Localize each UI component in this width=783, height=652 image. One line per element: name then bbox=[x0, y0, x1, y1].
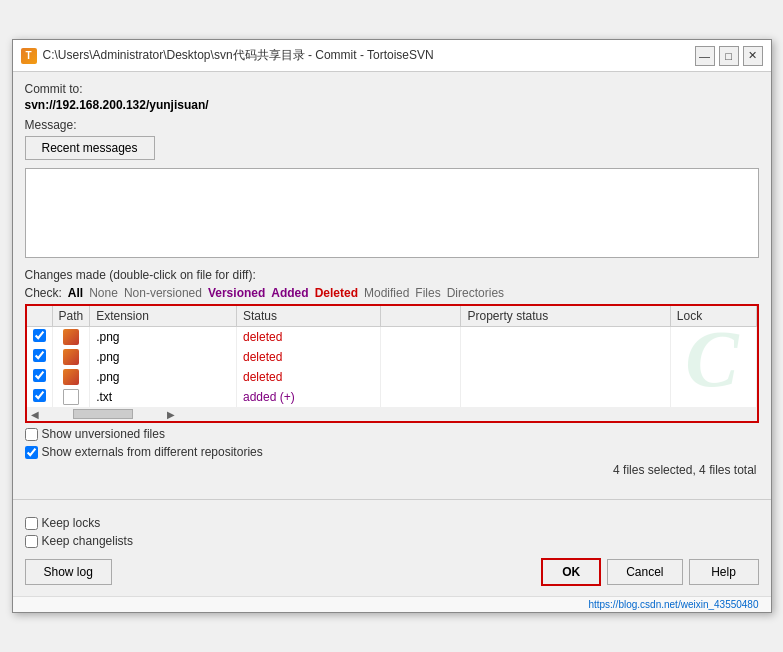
table-row[interactable]: .txt added (+) bbox=[27, 387, 757, 407]
filter-modified[interactable]: Modified bbox=[364, 286, 409, 300]
window-title: C:\Users\Administrator\Desktop\svn代码共享目录… bbox=[43, 47, 434, 64]
row-check-2[interactable] bbox=[27, 347, 53, 367]
bottom-buttons: Show log OK Cancel Help bbox=[25, 558, 759, 586]
row-icon-3 bbox=[52, 367, 90, 387]
row-prop-4 bbox=[461, 387, 670, 407]
cancel-button[interactable]: Cancel bbox=[607, 559, 682, 585]
row-check-3[interactable] bbox=[27, 367, 53, 387]
row-lock-3 bbox=[670, 367, 756, 387]
keep-changelists-checkbox[interactable] bbox=[25, 535, 38, 548]
file-table-wrapper: Path Extension Status Property status Lo… bbox=[25, 304, 759, 423]
commit-to-label: Commit to: bbox=[25, 82, 759, 96]
row-status-4: added (+) bbox=[236, 387, 381, 407]
titlebar-controls: — □ ✕ bbox=[695, 46, 763, 66]
keep-locks-option[interactable]: Keep locks bbox=[25, 516, 759, 530]
ok-button[interactable]: OK bbox=[541, 558, 601, 586]
main-window: T C:\Users\Administrator\Desktop\svn代码共享… bbox=[12, 39, 772, 613]
row-ext-1: .png bbox=[90, 327, 237, 348]
row-lock-2 bbox=[670, 347, 756, 367]
row-ext-3: .png bbox=[90, 367, 237, 387]
titlebar-left: T C:\Users\Administrator\Desktop\svn代码共享… bbox=[21, 47, 434, 64]
show-externals-label: Show externals from different repositori… bbox=[42, 445, 263, 459]
row-status-1: deleted bbox=[236, 327, 381, 348]
bottom-section: Keep locks Keep changelists Show log OK … bbox=[13, 508, 771, 596]
file-table: Path Extension Status Property status Lo… bbox=[27, 306, 757, 407]
url-text: https://blog.csdn.net/weixin_43550480 bbox=[588, 599, 758, 610]
row-check-4[interactable] bbox=[27, 387, 53, 407]
col-status[interactable]: Status bbox=[236, 306, 381, 327]
table-row[interactable]: .png deleted bbox=[27, 367, 757, 387]
show-unversioned-checkbox[interactable] bbox=[25, 428, 38, 441]
row-icon-1 bbox=[52, 327, 90, 348]
bottom-left: Show log bbox=[25, 559, 112, 585]
show-unversioned-option[interactable]: Show unversioned files bbox=[25, 427, 165, 441]
col-check bbox=[27, 306, 53, 327]
table-header-row: Path Extension Status Property status Lo… bbox=[27, 306, 757, 327]
filter-non-versioned[interactable]: Non-versioned bbox=[124, 286, 202, 300]
keep-locks-checkbox[interactable] bbox=[25, 517, 38, 530]
close-button[interactable]: ✕ bbox=[743, 46, 763, 66]
checkbox-1[interactable] bbox=[33, 329, 46, 342]
help-button[interactable]: Help bbox=[689, 559, 759, 585]
commit-to-url: svn://192.168.200.132/yunjisuan/ bbox=[25, 98, 759, 112]
row-check-1[interactable] bbox=[27, 327, 53, 348]
main-content: Commit to: svn://192.168.200.132/yunjisu… bbox=[13, 72, 771, 491]
filter-directories[interactable]: Directories bbox=[447, 286, 504, 300]
filter-all[interactable]: All bbox=[68, 286, 83, 300]
keep-options: Keep locks Keep changelists bbox=[25, 516, 759, 548]
table-row[interactable]: .png deleted bbox=[27, 347, 757, 367]
keep-locks-label: Keep locks bbox=[42, 516, 101, 530]
table-row[interactable]: .png deleted bbox=[27, 327, 757, 348]
row-ext-4: .txt bbox=[90, 387, 237, 407]
check-label: Check: bbox=[25, 286, 62, 300]
row-status-3: deleted bbox=[236, 367, 381, 387]
filter-versioned[interactable]: Versioned bbox=[208, 286, 265, 300]
row-spacer-3 bbox=[381, 367, 461, 387]
url-bar: https://blog.csdn.net/weixin_43550480 bbox=[13, 596, 771, 612]
filter-row: Check: All None Non-versioned Versioned … bbox=[25, 286, 759, 300]
checkbox-4[interactable] bbox=[33, 389, 46, 402]
message-label: Message: bbox=[25, 118, 759, 132]
row-spacer-2 bbox=[381, 347, 461, 367]
row-lock-1 bbox=[670, 327, 756, 348]
changes-label: Changes made (double-click on file for d… bbox=[25, 268, 759, 282]
file-table-scroll[interactable]: Path Extension Status Property status Lo… bbox=[27, 306, 757, 407]
app-icon: T bbox=[21, 48, 37, 64]
col-spacer bbox=[381, 306, 461, 327]
col-property-status[interactable]: Property status bbox=[461, 306, 670, 327]
file-count: 4 files selected, 4 files total bbox=[613, 463, 756, 477]
row-icon-2 bbox=[52, 347, 90, 367]
minimize-button[interactable]: — bbox=[695, 46, 715, 66]
row-spacer-1 bbox=[381, 327, 461, 348]
filter-deleted[interactable]: Deleted bbox=[315, 286, 358, 300]
filter-none[interactable]: None bbox=[89, 286, 118, 300]
row-lock-4 bbox=[670, 387, 756, 407]
checkbox-2[interactable] bbox=[33, 349, 46, 362]
maximize-button[interactable]: □ bbox=[719, 46, 739, 66]
row-prop-1 bbox=[461, 327, 670, 348]
show-externals-checkbox[interactable] bbox=[25, 446, 38, 459]
keep-changelists-option[interactable]: Keep changelists bbox=[25, 534, 759, 548]
options-row-2: Show externals from different repositori… bbox=[25, 445, 759, 459]
row-prop-3 bbox=[461, 367, 670, 387]
scrollbar-thumb[interactable] bbox=[73, 409, 133, 419]
horizontal-scrollbar[interactable]: ◀ ▶ bbox=[27, 407, 757, 421]
row-ext-2: .png bbox=[90, 347, 237, 367]
row-status-2: deleted bbox=[236, 347, 381, 367]
recent-messages-button[interactable]: Recent messages bbox=[25, 136, 155, 160]
col-lock[interactable]: Lock bbox=[670, 306, 756, 327]
col-path[interactable]: Path bbox=[52, 306, 90, 327]
show-unversioned-label: Show unversioned files bbox=[42, 427, 165, 441]
keep-changelists-label: Keep changelists bbox=[42, 534, 133, 548]
filter-files[interactable]: Files bbox=[415, 286, 440, 300]
show-log-button[interactable]: Show log bbox=[25, 559, 112, 585]
col-extension[interactable]: Extension bbox=[90, 306, 237, 327]
row-prop-2 bbox=[461, 347, 670, 367]
show-externals-option[interactable]: Show externals from different repositori… bbox=[25, 445, 263, 459]
filter-added[interactable]: Added bbox=[271, 286, 308, 300]
titlebar: T C:\Users\Administrator\Desktop\svn代码共享… bbox=[13, 40, 771, 72]
checkbox-3[interactable] bbox=[33, 369, 46, 382]
row-spacer-4 bbox=[381, 387, 461, 407]
message-input[interactable] bbox=[25, 168, 759, 258]
file-table-outer: C Path Extension Status Property status bbox=[25, 304, 759, 423]
